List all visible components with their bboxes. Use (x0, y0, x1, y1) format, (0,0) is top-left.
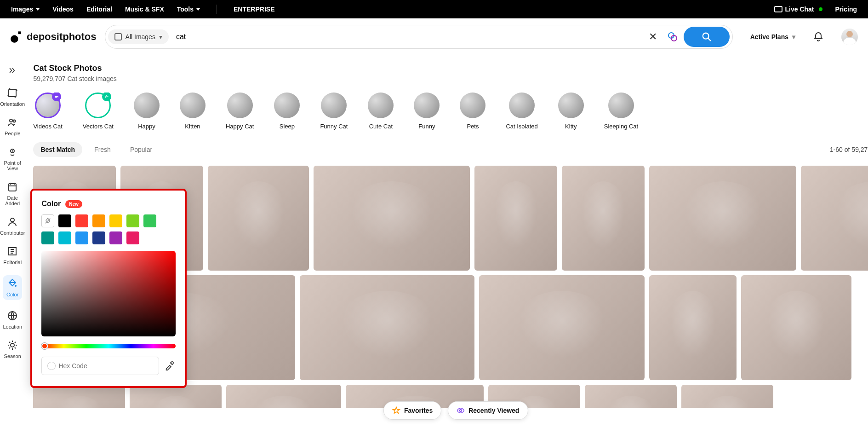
category-item[interactable]: Pets (460, 93, 485, 130)
sort-tab[interactable]: Popular (123, 142, 160, 157)
sidebar-item-season[interactable]: Season (0, 340, 25, 359)
category-item[interactable]: Cat Isolated (506, 93, 537, 130)
sidebar-label: Season (4, 353, 21, 359)
image-type-icon (114, 33, 122, 40)
hex-code-input[interactable] (58, 357, 153, 375)
category-label: Cat Isolated (506, 123, 537, 130)
color-swatch[interactable] (92, 214, 105, 227)
category-item[interactable]: Cute Cat (368, 93, 394, 130)
svg-point-7 (10, 119, 12, 122)
sidebar-item-contributor[interactable]: Contributor (0, 216, 25, 236)
eyedropper-button[interactable] (165, 360, 176, 371)
gallery-thumbnail[interactable] (474, 166, 557, 271)
active-plans-dropdown[interactable]: Active Plans ▾ (750, 33, 795, 40)
nav-editorial-label: Editorial (86, 6, 112, 13)
notifications-button[interactable] (813, 31, 824, 42)
category-label: Happy Cat (226, 123, 254, 130)
nav-images[interactable]: Images (11, 6, 40, 13)
gallery-thumbnail[interactable] (300, 275, 474, 380)
gallery-thumbnail[interactable] (33, 385, 125, 408)
nav-music[interactable]: Music & SFX (125, 6, 164, 13)
category-thumb (35, 93, 61, 118)
gallery-thumbnail[interactable] (649, 275, 737, 380)
gallery-thumbnail[interactable] (562, 166, 645, 271)
gallery-thumbnail[interactable] (741, 275, 851, 380)
sidebar-item-orientation[interactable]: Orientation (0, 87, 25, 107)
nav-tools[interactable]: Tools (177, 6, 200, 13)
category-item[interactable]: Kitty (558, 93, 584, 130)
nav-pricing-label: Pricing (835, 6, 857, 13)
content: Cat Stock Photos 59,279,707 Cat stock im… (25, 55, 868, 408)
gallery-thumbnail[interactable] (681, 385, 773, 408)
sidebar-item-location[interactable]: Location (0, 310, 25, 330)
nav-videos[interactable]: Videos (52, 6, 74, 13)
sidebar-label: Point of View (0, 160, 25, 171)
sort-tab[interactable]: Best Match (33, 142, 82, 157)
color-swatch[interactable] (75, 214, 88, 227)
sidebar-label: Editorial (3, 260, 22, 265)
sidebar-item-date[interactable]: Date Added (0, 181, 25, 206)
category-item[interactable]: Vectors Cat (83, 93, 114, 130)
clear-search-button[interactable]: ✕ (644, 31, 662, 43)
sidebar-label: Orientation (0, 101, 25, 107)
color-swatch[interactable] (143, 214, 156, 227)
pagination: 1-60 of 59,279,707 1 (830, 142, 868, 157)
svg-rect-11 (9, 184, 16, 191)
search-button[interactable] (684, 27, 730, 47)
hue-slider[interactable] (41, 344, 176, 348)
category-item[interactable]: Funny Cat (320, 93, 348, 130)
color-swatch[interactable] (58, 231, 71, 244)
svg-rect-6 (9, 89, 16, 97)
pov-icon (7, 146, 18, 157)
logo[interactable]: depositphotos (10, 30, 97, 43)
gallery-thumbnail[interactable] (130, 385, 222, 408)
search-input[interactable] (169, 25, 644, 48)
top-nav-left: Images Videos Editorial Music & SFX Tool… (11, 5, 274, 14)
sidebar-item-color[interactable]: Color (3, 275, 22, 300)
category-label: Videos Cat (33, 123, 62, 130)
user-avatar[interactable] (841, 29, 858, 45)
category-item[interactable]: Sleep (274, 93, 300, 130)
sidebar-item-pov[interactable]: Point of View (0, 146, 25, 171)
gallery-thumbnail[interactable] (585, 385, 677, 408)
color-swatch-none[interactable] (41, 214, 54, 227)
nav-editorial[interactable]: Editorial (86, 6, 112, 13)
category-item[interactable]: Sleeping Cat (604, 93, 638, 130)
color-swatch[interactable] (58, 214, 71, 227)
category-thumb (558, 93, 584, 118)
category-item[interactable]: Kitten (180, 93, 206, 130)
recently-viewed-button[interactable]: Recently Viewed (448, 401, 528, 408)
favorites-button[interactable]: Favorites (383, 401, 441, 408)
gallery-thumbnail[interactable] (226, 385, 341, 408)
color-swatch[interactable] (75, 231, 88, 244)
sidebar-item-people[interactable]: People (0, 117, 25, 136)
category-item[interactable]: Videos Cat (33, 93, 62, 130)
search-filter-dropdown[interactable]: All Images ▾ (108, 29, 169, 44)
color-swatch[interactable] (41, 231, 54, 244)
people-icon (7, 117, 18, 128)
sidebar-item-editorial[interactable]: Editorial (0, 246, 25, 265)
svg-rect-18 (55, 96, 57, 98)
color-swatch[interactable] (126, 231, 139, 244)
gallery-thumbnail[interactable] (479, 275, 645, 380)
reverse-image-search-icon[interactable] (667, 31, 678, 42)
color-saturation-picker[interactable] (41, 251, 176, 336)
nav-enterprise[interactable]: ENTERPRISE (234, 6, 274, 13)
category-item[interactable]: Funny (414, 93, 440, 130)
nav-pricing[interactable]: Pricing (835, 6, 857, 13)
gallery-thumbnail[interactable] (801, 166, 868, 271)
sort-tab[interactable]: Fresh (87, 142, 118, 157)
category-item[interactable]: Happy (134, 93, 160, 130)
gallery-thumbnail[interactable] (314, 166, 470, 271)
color-swatch[interactable] (92, 231, 105, 244)
category-label: Pets (467, 123, 479, 130)
color-swatch[interactable] (126, 214, 139, 227)
color-swatch[interactable] (109, 231, 122, 244)
gallery-thumbnail[interactable] (649, 166, 796, 271)
expand-sidebar-button[interactable] (6, 64, 19, 77)
hue-slider-thumb[interactable] (41, 343, 48, 349)
live-chat[interactable]: Live Chat (774, 6, 822, 13)
gallery-thumbnail[interactable] (208, 166, 309, 271)
category-item[interactable]: Happy Cat (226, 93, 254, 130)
color-swatch[interactable] (109, 214, 122, 227)
